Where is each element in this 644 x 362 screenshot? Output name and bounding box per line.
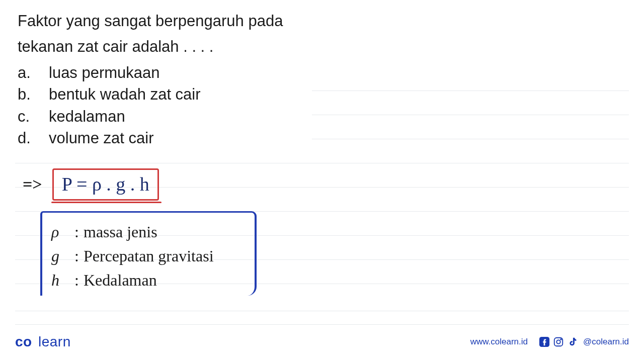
social-handle: @colearn.id: [583, 337, 629, 347]
legend-rho: ρ : massa jenis: [51, 220, 246, 244]
svg-point-3: [560, 339, 561, 340]
svg-point-2: [556, 340, 560, 343]
formula-underline: [51, 202, 162, 203]
social-icons: @colearn.id: [539, 336, 629, 347]
brand-logo: co learn: [15, 334, 71, 350]
legend-colon: :: [74, 244, 84, 268]
logo-dot: [33, 334, 37, 349]
formula-row: => P = ρ . g . h: [23, 168, 159, 201]
implies-arrow: =>: [23, 175, 42, 194]
legend-colon: :: [74, 268, 84, 292]
legend-label: Percepatan gravitasi: [84, 244, 214, 268]
option-letter: a.: [18, 62, 49, 83]
formula-box: P = ρ . g . h: [52, 168, 159, 201]
facebook-icon: [539, 336, 550, 347]
instagram-icon: [553, 336, 564, 347]
tiktok-icon: [567, 336, 578, 347]
legend-symbol: ρ: [51, 220, 74, 244]
legend-colon: :: [74, 220, 84, 244]
footer: co learn www.colearn.id @colearn.id: [15, 324, 629, 350]
legend-g: g : Percepatan gravitasi: [51, 244, 246, 268]
option-text: luas permukaan: [49, 62, 160, 83]
legend-symbol: h: [51, 268, 74, 292]
legend-label: massa jenis: [84, 220, 157, 244]
option-a: a. luas permukaan: [18, 62, 626, 83]
formula-expression: P = ρ . g . h: [62, 173, 149, 195]
legend-symbol: g: [51, 244, 74, 268]
logo-learn: learn: [38, 334, 71, 349]
footer-url: www.colearn.id: [470, 337, 528, 347]
legend-label: Kedalaman: [84, 268, 157, 292]
legend-h: h : Kedalaman: [51, 268, 246, 292]
logo-co: co: [15, 334, 32, 349]
footer-right: www.colearn.id @colearn.id: [470, 336, 629, 347]
question-prompt-line-1: Faktor yang sangat berpengaruh pada: [18, 10, 626, 32]
legend-box: ρ : massa jenis g : Percepatan gravitasi…: [40, 211, 257, 296]
question-prompt-line-2: tekanan zat cair adalah . . . .: [18, 36, 626, 57]
